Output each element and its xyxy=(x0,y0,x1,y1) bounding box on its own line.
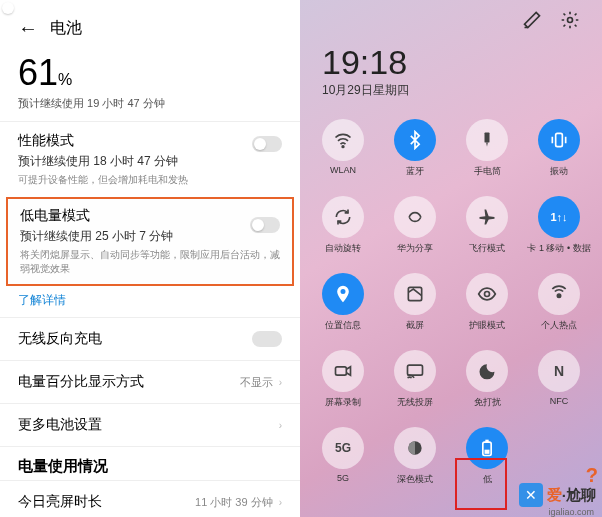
5g-icon: 5G xyxy=(322,427,364,469)
more-label: 更多电池设置 xyxy=(18,416,102,434)
qs-tile-airplane[interactable]: 飞行模式 xyxy=(452,190,522,265)
learn-more-link[interactable]: 了解详情 xyxy=(0,286,300,317)
svg-rect-3 xyxy=(556,133,563,146)
watermark-logo-icon: ✕ xyxy=(519,483,543,507)
qs-label: NFC xyxy=(550,396,569,406)
vibrate-icon xyxy=(538,119,580,161)
bluetooth-icon xyxy=(394,119,436,161)
chevron-right-icon: › xyxy=(279,377,282,388)
screen-value: 11 小时 39 分钟› xyxy=(195,495,282,510)
qs-label: 免打扰 xyxy=(474,396,501,409)
battery-percent: 61% xyxy=(0,44,300,96)
mobiledata-icon: 1↑↓ xyxy=(538,196,580,238)
reverse-label: 无线反向充电 xyxy=(18,330,102,348)
qs-label: 卡 1 移动 • 数据 xyxy=(527,242,590,255)
qs-tile-vibrate[interactable]: 振动 xyxy=(524,113,594,188)
qs-tile-location[interactable]: 位置信息 xyxy=(308,267,378,342)
airplane-icon xyxy=(466,196,508,238)
qs-tile-dnd[interactable]: 免打扰 xyxy=(452,344,522,419)
svg-point-0 xyxy=(568,18,573,23)
qs-tile-lowbatt[interactable]: 低 xyxy=(452,421,522,496)
qs-tile-flashlight[interactable]: 手电筒 xyxy=(452,113,522,188)
watermark-url: igaliao.com xyxy=(548,507,594,517)
gear-icon[interactable] xyxy=(560,10,580,33)
percent-display-row[interactable]: 电量百分比显示方式 不显示› xyxy=(0,360,300,403)
percent-symbol: % xyxy=(58,71,72,88)
low-desc: 将关闭熄屏显示、自动同步等功能，限制应用后台活动，减弱视觉效果 xyxy=(20,248,280,276)
svg-rect-8 xyxy=(408,365,423,375)
chevron-right-icon: › xyxy=(279,420,282,431)
low-title: 低电量模式 xyxy=(20,207,280,225)
pct-disp-label: 电量百分比显示方式 xyxy=(18,373,144,391)
qs-label: 5G xyxy=(337,473,349,483)
low-battery-mode-row[interactable]: 低电量模式 预计继续使用 25 小时 7 分钟 将关闭熄屏显示、自动同步等功能，… xyxy=(6,197,294,286)
qs-tile-darkmode[interactable]: 深色模式 xyxy=(380,421,450,496)
svg-rect-2 xyxy=(485,133,490,143)
qs-label: 截屏 xyxy=(406,319,424,332)
svg-point-1 xyxy=(342,146,344,148)
watermark-text2: 尬聊 xyxy=(566,486,596,505)
svg-rect-11 xyxy=(485,440,488,443)
estimate-main: 预计继续使用 19 小时 47 分钟 xyxy=(0,96,300,121)
svg-rect-12 xyxy=(485,450,490,454)
screenshot-icon xyxy=(394,273,436,315)
qs-tile-hotspot[interactable]: 个人热点 xyxy=(524,267,594,342)
quick-settings-panel: 19:18 10月29日星期四 WLAN蓝牙手电筒振动自动旋转华为分享飞行模式1… xyxy=(300,0,602,517)
percent-number: 61 xyxy=(18,52,58,93)
qs-label: 低 xyxy=(483,473,492,486)
qs-tile-eyecomfort[interactable]: 护眼模式 xyxy=(452,267,522,342)
qs-tile-bluetooth[interactable]: 蓝牙 xyxy=(380,113,450,188)
lowbatt-icon xyxy=(466,427,508,469)
qs-tile-wlan[interactable]: WLAN xyxy=(308,113,378,188)
qs-label: 蓝牙 xyxy=(406,165,424,178)
autorotate-icon xyxy=(322,196,364,238)
wlan-icon xyxy=(322,119,364,161)
more-settings-row[interactable]: 更多电池设置 › xyxy=(0,403,300,446)
pct-disp-value: 不显示› xyxy=(240,375,282,390)
perf-desc: 可提升设备性能，但会增加耗电和发热 xyxy=(18,173,282,187)
flashlight-icon xyxy=(466,119,508,161)
qs-tile-5g[interactable]: 5G5G xyxy=(308,421,378,496)
qs-label: 华为分享 xyxy=(397,242,433,255)
qs-tile-cast[interactable]: 无线投屏 xyxy=(380,344,450,419)
edit-icon[interactable] xyxy=(522,10,542,33)
qs-label: 屏幕录制 xyxy=(325,396,361,409)
watermark-text1: 爱 xyxy=(547,486,562,505)
svg-point-5 xyxy=(485,292,490,297)
usage-heading: 电量使用情况 xyxy=(0,446,300,480)
qs-label: WLAN xyxy=(330,165,356,175)
screen-label: 今日亮屏时长 xyxy=(18,493,102,511)
darkmode-icon xyxy=(394,427,436,469)
cast-icon xyxy=(394,350,436,392)
reverse-toggle[interactable] xyxy=(252,331,282,347)
qs-label: 位置信息 xyxy=(325,319,361,332)
qs-tile-nfc[interactable]: NNFC xyxy=(524,344,594,419)
hotspot-icon xyxy=(538,273,580,315)
qs-label: 深色模式 xyxy=(397,473,433,486)
location-icon xyxy=(322,273,364,315)
qs-tile-screenrec[interactable]: 屏幕录制 xyxy=(308,344,378,419)
low-toggle[interactable] xyxy=(250,217,280,233)
low-estimate: 预计继续使用 25 小时 7 分钟 xyxy=(20,228,280,245)
svg-rect-7 xyxy=(336,367,347,375)
battery-settings-screen: ← 电池 61% 预计继续使用 19 小时 47 分钟 性能模式 预计继续使用 … xyxy=(0,0,300,517)
performance-mode-row[interactable]: 性能模式 预计继续使用 18 小时 47 分钟 可提升设备性能，但会增加耗电和发… xyxy=(0,121,300,197)
reverse-charge-row[interactable]: 无线反向充电 xyxy=(0,317,300,360)
screenrec-icon xyxy=(322,350,364,392)
screen-on-row[interactable]: 今日亮屏时长 11 小时 39 分钟› xyxy=(0,480,300,517)
qs-label: 个人热点 xyxy=(541,319,577,332)
perf-estimate: 预计继续使用 18 小时 47 分钟 xyxy=(18,153,282,170)
qs-tile-huaweishare[interactable]: 华为分享 xyxy=(380,190,450,265)
qs-tile-mobiledata[interactable]: 1↑↓卡 1 移动 • 数据 xyxy=(524,190,594,265)
qs-label: 飞行模式 xyxy=(469,242,505,255)
dnd-icon xyxy=(466,350,508,392)
huaweishare-icon xyxy=(394,196,436,238)
qs-tile-screenshot[interactable]: 截屏 xyxy=(380,267,450,342)
qs-label: 护眼模式 xyxy=(469,319,505,332)
chevron-right-icon: › xyxy=(279,497,282,508)
perf-toggle[interactable] xyxy=(252,136,282,152)
back-icon[interactable]: ← xyxy=(18,17,38,40)
qs-label: 手电筒 xyxy=(474,165,501,178)
qs-tile-autorotate[interactable]: 自动旋转 xyxy=(308,190,378,265)
eyecomfort-icon xyxy=(466,273,508,315)
